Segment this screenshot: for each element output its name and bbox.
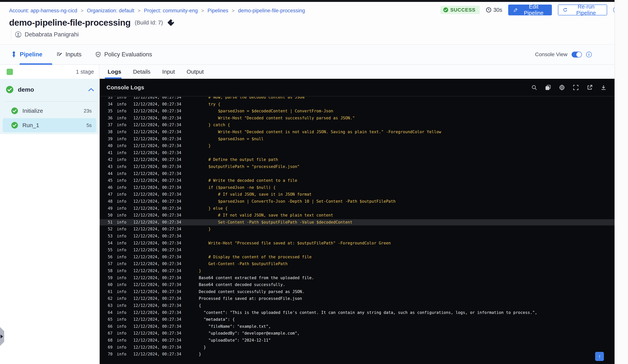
log-ts: 12/12/2024, 00:27:34 [133, 150, 181, 156]
log-row: 37info12/12/2024, 00:27:34 } catch { [100, 122, 615, 128]
log-ln: 52 [103, 226, 113, 232]
log-msg: "metadata": { [199, 316, 235, 323]
log-ln: 51 [103, 219, 113, 225]
log-ln: 34 [103, 101, 113, 107]
log-msg: # Write the decoded content to a file [199, 177, 297, 184]
step-row-run-1[interactable]: Run_1 5s [3, 118, 96, 132]
log-ln: 63 [103, 302, 113, 309]
log-msg: "uploadedBy": "developer@example.com", [199, 330, 300, 337]
edit-pipeline-button[interactable]: Edit Pipeline [508, 4, 552, 15]
settings-icon[interactable] [558, 84, 565, 91]
log-lvl: info [117, 240, 126, 246]
breadcrumb-project[interactable]: Project: community-eng [144, 8, 198, 14]
status-text: SUCCESS [450, 7, 475, 13]
log-lvl: info [117, 177, 126, 184]
log-ln: 67 [103, 330, 113, 337]
console-view-toggle[interactable] [572, 52, 582, 58]
log-lvl: info [117, 219, 126, 225]
log-ln: 44 [103, 171, 113, 177]
log-msg: Base64 content decoded successfully. [199, 282, 285, 288]
log-msg: # Display the content of the processed f… [199, 254, 312, 260]
log-row: 66info12/12/2024, 00:27:34 "fileName": "… [100, 323, 615, 330]
harness-diamond-icon[interactable] [167, 19, 175, 26]
log-msg: try { [199, 101, 220, 107]
log-msg: # If valid JSON, save it in JSON format [199, 191, 312, 198]
console-tab-logs[interactable]: Logs [107, 69, 122, 75]
log-ts: 12/12/2024, 00:27:34 [133, 330, 181, 337]
log-row: 48info12/12/2024, 00:27:34 $parsedJson |… [100, 198, 615, 205]
log-row: 53info12/12/2024, 00:27:34 [100, 233, 615, 239]
breadcrumb-account[interactable]: Account: app-harness-ng-cicd [9, 8, 77, 14]
log-ts: 12/12/2024, 00:27:34 [133, 344, 181, 351]
log-ts: 12/12/2024, 00:27:34 [133, 205, 181, 212]
log-row: 41info12/12/2024, 00:27:34 [100, 150, 615, 156]
tab-pipeline[interactable]: Pipeline [11, 51, 42, 58]
sidebar-expand-handle[interactable] [0, 327, 4, 346]
log-row: 56info12/12/2024, 00:27:34 # Display the… [100, 254, 615, 260]
stage-success-icon [6, 86, 14, 94]
log-lvl: info [117, 171, 126, 177]
chevron-up-icon[interactable] [88, 88, 94, 91]
log-lvl: info [117, 101, 126, 107]
breadcrumb-pipelines[interactable]: Pipelines [208, 8, 228, 14]
log-ln: 35 [103, 108, 113, 114]
console-tab-input[interactable]: Input [161, 69, 176, 75]
log-ts: 12/12/2024, 00:27:34 [133, 136, 181, 142]
log-ts: 12/12/2024, 00:27:34 [133, 289, 181, 295]
log-lvl: info [117, 316, 126, 323]
log-ts: 12/12/2024, 00:27:34 [133, 226, 181, 232]
log-ts: 12/12/2024, 00:27:34 [133, 143, 181, 149]
log-msg: Write-Host "Decoded content is not valid… [199, 129, 441, 135]
log-row: 45info12/12/2024, 00:27:34 # Write the d… [100, 177, 615, 184]
log-lvl: info [117, 150, 126, 156]
step-duration: 23s [84, 108, 92, 114]
log-lvl: info [117, 295, 126, 302]
step-duration: 5s [86, 122, 92, 128]
log-ln: 66 [103, 323, 113, 330]
log-lvl: info [117, 261, 126, 267]
log-ts: 12/12/2024, 00:27:34 [133, 156, 181, 163]
log-ts: 12/12/2024, 00:27:34 [133, 191, 181, 198]
step-success-icon [11, 122, 18, 129]
breadcrumb-separator: > [138, 8, 141, 14]
breadcrumb: Account: app-harness-ng-cicd > Organizat… [9, 7, 305, 14]
log-row: 38info12/12/2024, 00:27:34 Write-Host "D… [100, 129, 615, 135]
log-ts: 12/12/2024, 00:27:34 [133, 254, 181, 260]
pipeline-icon [11, 51, 17, 58]
open-in-new-icon[interactable] [586, 84, 593, 91]
breadcrumb-current-pipeline[interactable]: demo-pipeline-file-processing [238, 8, 305, 14]
log-row: 43info12/12/2024, 00:27:34 $outputFilePa… [100, 164, 615, 170]
breadcrumb-separator: > [81, 8, 83, 14]
log-rows[interactable]: 33info12/12/2024, 00:27:34 # Now, parse … [100, 97, 615, 364]
log-ln: 47 [103, 191, 113, 198]
log-ln: 41 [103, 150, 113, 156]
log-ts: 12/12/2024, 00:27:34 [133, 247, 181, 253]
tab-inputs[interactable]: Inputs [56, 51, 81, 58]
log-ts: 12/12/2024, 00:27:34 [133, 115, 181, 121]
log-ts: 12/12/2024, 00:27:34 [133, 184, 181, 191]
rerun-pipeline-button[interactable]: Re-run Pipeline [558, 4, 607, 15]
log-ts: 12/12/2024, 00:27:34 [133, 261, 181, 267]
search-icon[interactable] [531, 84, 538, 91]
fullscreen-icon[interactable] [572, 84, 579, 91]
log-lvl: info [117, 247, 126, 253]
log-msg: "content": "This is the uploaded file's … [199, 309, 537, 316]
console-tab-output[interactable]: Output [186, 69, 204, 75]
log-msg: $parsedJson = $null [199, 136, 263, 142]
log-row: 62info12/12/2024, 00:27:34Processed file… [100, 295, 615, 302]
step-success-icon [11, 107, 18, 114]
stage-row-demo[interactable]: demo [6, 82, 94, 97]
log-lvl: info [117, 136, 126, 142]
breadcrumb-organization[interactable]: Organization: default [87, 8, 134, 14]
tab-policy-evaluations[interactable]: Policy Evaluations [95, 51, 152, 58]
copy-icon[interactable] [545, 84, 551, 91]
log-ts: 12/12/2024, 00:27:34 [133, 122, 181, 128]
console-view-info-icon[interactable]: i [586, 52, 592, 57]
scroll-to-top-button[interactable]: ↑ [595, 352, 604, 361]
log-msg: } [199, 226, 211, 232]
console-tab-details[interactable]: Details [132, 69, 151, 75]
download-icon[interactable] [600, 84, 607, 91]
log-ts: 12/12/2024, 00:27:34 [133, 129, 181, 135]
log-lvl: info [117, 226, 126, 232]
step-row-initialize[interactable]: Initialize 23s [3, 104, 96, 118]
